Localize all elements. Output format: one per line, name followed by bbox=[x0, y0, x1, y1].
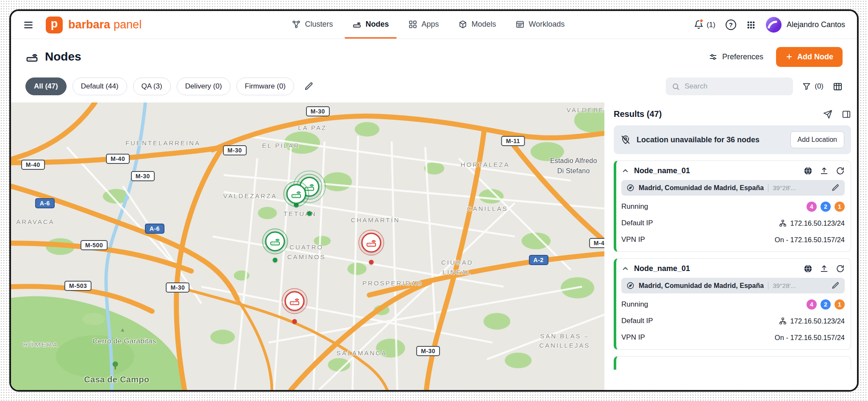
default-ip-value-wrap: 172.16.50.123/24 bbox=[779, 317, 845, 325]
vpn-ip-value: On - 172.16.50.157/24 bbox=[775, 334, 845, 342]
nav-item-apps[interactable]: Apps bbox=[401, 11, 447, 39]
globe-icon[interactable] bbox=[804, 166, 812, 175]
map-label: HÚMERA bbox=[23, 340, 58, 350]
node-marker[interactable] bbox=[265, 231, 285, 251]
location-notice-text: Location unavailable for 36 nodes bbox=[637, 136, 785, 144]
send-icon[interactable] bbox=[823, 110, 832, 119]
upload-icon[interactable] bbox=[820, 264, 829, 273]
default-ip-value: 172.16.50.123/24 bbox=[790, 317, 845, 325]
nodes-icon bbox=[353, 20, 362, 29]
peak-icon: ▲ bbox=[120, 326, 125, 333]
edit-location-icon[interactable] bbox=[832, 282, 840, 290]
status-row: Running 4 2 1 bbox=[621, 299, 845, 310]
node-coordinates: 39°28'... bbox=[773, 184, 796, 191]
table-view-icon[interactable] bbox=[833, 82, 843, 91]
nav-item-workloads[interactable]: Workloads bbox=[508, 11, 573, 39]
map-label: Casa de Campo bbox=[84, 373, 149, 386]
edit-filters-icon[interactable] bbox=[304, 82, 314, 91]
node-name: Node_name_01 bbox=[634, 264, 690, 273]
models-icon bbox=[459, 20, 467, 29]
logo-suffix: panel bbox=[114, 18, 142, 31]
panel-toggle-icon[interactable] bbox=[842, 110, 851, 119]
preferences-button[interactable]: Preferences bbox=[709, 53, 763, 61]
node-location-pill: Madrid, Comunidad de Madrid, España 39°2… bbox=[621, 278, 845, 293]
road-badge: M-40 bbox=[21, 160, 45, 170]
logo[interactable]: p barbara panel bbox=[46, 17, 142, 33]
content-area: M-30M-30M-40M-30M-40A-6A-6M-500M-503M-30… bbox=[11, 102, 857, 390]
globe-icon[interactable] bbox=[804, 264, 812, 273]
filter-chip-all[interactable]: All (47) bbox=[25, 77, 67, 95]
edit-location-icon[interactable] bbox=[832, 184, 840, 192]
avatar bbox=[766, 17, 782, 33]
filter-chip-default[interactable]: Default (44) bbox=[72, 77, 127, 95]
user-menu[interactable]: Alejandro Cantos bbox=[766, 17, 845, 33]
help-icon[interactable]: ? bbox=[726, 19, 736, 30]
app-window: p barbara panel Clusters Nodes bbox=[9, 9, 859, 392]
nav-item-clusters[interactable]: Clusters bbox=[284, 11, 341, 39]
filter-count: (0) bbox=[815, 82, 823, 91]
refresh-icon[interactable] bbox=[836, 166, 845, 175]
logo-brand: barbara bbox=[68, 18, 110, 31]
network-icon bbox=[779, 219, 787, 227]
node-dot[interactable] bbox=[292, 319, 297, 324]
node-location-pill: Madrid, Comunidad de Madrid, España 39°2… bbox=[621, 180, 845, 196]
node-marker[interactable] bbox=[287, 184, 306, 204]
top-navbar: p barbara panel Clusters Nodes bbox=[11, 11, 857, 39]
default-ip-value: 172.16.50.123/24 bbox=[790, 219, 845, 227]
map-label: CHAMARTÍN bbox=[351, 216, 400, 225]
road-badge: M-40 bbox=[106, 154, 130, 164]
map-label: ARAVACA bbox=[16, 217, 54, 227]
node-card-header: Node_name_01 bbox=[621, 166, 845, 175]
node-marker[interactable] bbox=[361, 232, 381, 252]
filter-chip-firmware[interactable]: Firmware (0) bbox=[236, 77, 294, 95]
app-grid-icon[interactable] bbox=[746, 20, 756, 30]
node-name: Node_name_01 bbox=[634, 166, 690, 175]
map-label: FUENTELARREINA bbox=[125, 138, 200, 148]
road-badge: M-11 bbox=[501, 136, 525, 146]
map-label: EL PILAR bbox=[262, 141, 300, 151]
compass-icon bbox=[626, 184, 634, 192]
node-dot[interactable] bbox=[273, 258, 278, 263]
node-card-partial[interactable] bbox=[614, 356, 851, 370]
location-notice: Location unavailable for 36 nodes Add Lo… bbox=[614, 125, 851, 154]
add-node-button[interactable]: Add Node bbox=[776, 47, 843, 67]
filter-chip-qa[interactable]: QA (3) bbox=[133, 77, 171, 95]
status-label: Running bbox=[621, 202, 648, 211]
map-label: Estadio AlfredoDi Stefano bbox=[550, 156, 597, 176]
node-location: Madrid, Comunidad de Madrid, España bbox=[639, 184, 764, 192]
road-badge: M-500 bbox=[81, 240, 108, 250]
search-input[interactable] bbox=[684, 82, 787, 91]
results-title: Results (47) bbox=[614, 109, 662, 119]
location-off-icon bbox=[620, 135, 631, 145]
filter-chip-delivery[interactable]: Delivery (0) bbox=[177, 77, 231, 95]
notifications-button[interactable]: (1) bbox=[694, 20, 715, 30]
tree-icon bbox=[111, 360, 120, 372]
road-badge: M-30 bbox=[306, 106, 330, 116]
chevron-up-icon[interactable] bbox=[621, 265, 629, 273]
funnel-icon bbox=[802, 82, 811, 91]
hamburger-menu-icon[interactable] bbox=[23, 19, 34, 30]
nav-item-label: Models bbox=[472, 20, 496, 29]
node-card[interactable]: Node_name_01 bbox=[614, 160, 851, 252]
node-dot[interactable] bbox=[369, 260, 373, 264]
node-marker[interactable] bbox=[285, 291, 305, 311]
nav-item-models[interactable]: Models bbox=[451, 11, 504, 39]
refresh-icon[interactable] bbox=[836, 264, 845, 273]
map-label: LA PAZ bbox=[298, 123, 327, 133]
logo-text: barbara panel bbox=[68, 18, 142, 31]
chevron-up-icon[interactable] bbox=[621, 167, 629, 175]
node-dot[interactable] bbox=[307, 211, 312, 216]
status-badge: 4 bbox=[807, 202, 817, 212]
clusters-icon bbox=[292, 20, 301, 29]
node-card[interactable]: Node_name_01 bbox=[614, 258, 851, 350]
filters-bar-right: (0) bbox=[666, 77, 843, 95]
results-header: Results (47) bbox=[614, 109, 851, 119]
add-location-button[interactable]: Add Location bbox=[790, 131, 844, 148]
workloads-icon bbox=[516, 20, 525, 29]
map[interactable]: M-30M-30M-40M-30M-40A-6A-6M-500M-503M-30… bbox=[11, 102, 604, 390]
upload-icon[interactable] bbox=[820, 166, 829, 175]
default-ip-row: Default IP 172.16.50.123/24 bbox=[621, 315, 845, 326]
map-label: HORTALEZA bbox=[461, 160, 510, 169]
filter-count-button[interactable]: (0) bbox=[802, 82, 823, 91]
nav-item-nodes[interactable]: Nodes bbox=[345, 11, 397, 39]
